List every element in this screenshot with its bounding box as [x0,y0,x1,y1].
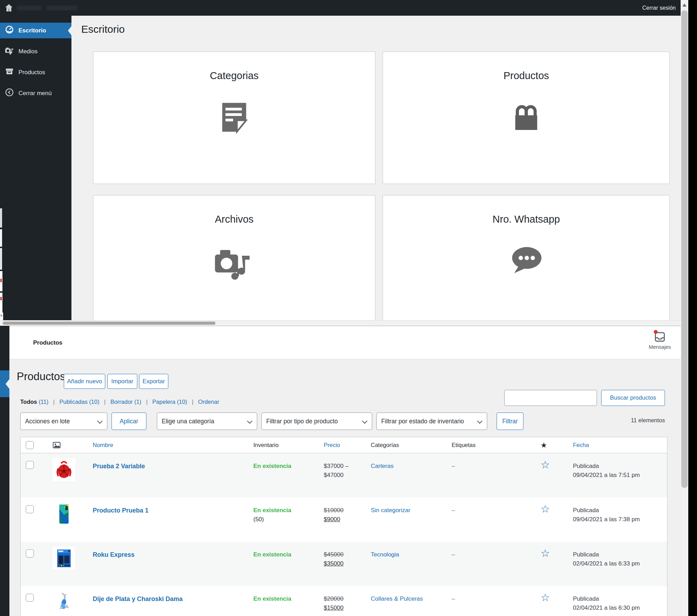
view-count: (11) [39,399,48,405]
header-precio[interactable]: Precio [317,437,365,453]
chevron-down-icon [362,418,368,424]
search-products-button[interactable]: Buscar productos [601,390,665,406]
card-nro-whatsapp[interactable]: Nro. Whatsapp [383,195,670,326]
row-checkbox[interactable] [26,549,34,557]
products-panel: Productos Mensajes Productos Añadir nuev… [9,326,681,616]
admin-sidebar: Escritorio Medios Productos Cerrar men [0,16,71,326]
page-title: Escritorio [81,23,125,35]
header-categorias: Categorías [365,437,446,453]
date-cell: Publicada09/04/2021 a las 7:38 pm [565,498,667,542]
view-filter-links: Todos (11) | Publicadas (10) | Borrador … [20,399,219,405]
card-title: Archivos [93,214,375,225]
card-title: Categorias [93,70,375,82]
select-value: Acciones en lote [25,418,70,425]
product-name-link[interactable]: Roku Express [93,551,135,558]
chat-bubble-icon [383,244,669,276]
sidebar-item-label: Productos [18,69,45,76]
home-icon[interactable] [4,3,14,14]
sidebar-item-label: Cerrar menú [18,90,52,97]
publish-date: 09/04/2021 a las 7:38 pm [573,515,667,524]
publish-status: Publicada [573,594,667,603]
featured-star-icon[interactable]: ☆ [541,547,550,559]
screen-edge-artifact [0,229,2,247]
view-ordenar[interactable]: Ordenar [198,399,220,405]
featured-star-icon[interactable]: ☆ [541,503,550,515]
category-link[interactable]: Collares & Pulceras [371,595,423,602]
featured-star-icon[interactable]: ☆ [541,459,550,470]
admin-topbar: Cerrar sesión [0,0,681,16]
featured-star-icon[interactable]: ☆ [541,592,550,603]
header-nombre[interactable]: Nombre [81,437,248,453]
view-publicadas[interactable]: Publicadas [59,399,87,405]
panel-topbar: Productos Mensajes [9,326,681,359]
vertical-scrollbar-thumb[interactable] [681,10,688,488]
view-todos[interactable]: Todos [20,399,37,405]
tags-cell: – [446,542,525,586]
chevron-down-icon [247,418,253,424]
card-title: Productos [383,70,669,82]
import-button[interactable]: Importar [107,374,137,389]
product-type-select[interactable]: Filtrar por tipo de producto [261,413,372,430]
dashboard-content: Escritorio Categorias Productos Archivos [71,16,681,326]
row-checkbox[interactable] [26,461,34,469]
screen: Cerrar sesión Escritorio Medios Pr [0,0,697,616]
product-thumbnail[interactable] [47,498,81,542]
sidebar-item-cerrar-menu[interactable]: Cerrar menú [0,85,71,101]
sale-price: $35000 [324,559,365,568]
panel-title: Productos [33,326,62,359]
apply-button[interactable]: Aplicar [112,413,146,430]
select-value: Elige una categoría [162,418,214,425]
card-archivos[interactable]: Archivos [93,195,375,326]
separator: | [53,399,55,405]
old-price: $10000 [324,506,365,515]
header-fecha[interactable]: Fecha [565,437,667,453]
bulk-actions-select[interactable]: Acciones en lote [20,413,107,430]
active-menu-item-sliver [0,370,9,397]
logout-link[interactable]: Cerrar sesión [642,0,676,16]
category-link[interactable]: Carteras [371,463,393,469]
category-link[interactable]: Sin categorizar [371,507,410,514]
category-select[interactable]: Elige una categoría [157,413,257,430]
product-thumbnail[interactable] [47,453,81,498]
category-link[interactable]: Tecnologia [371,551,399,558]
product-name-link[interactable]: Prueba 2 Variable [93,463,145,470]
messages-button[interactable]: Mensajes [643,331,676,350]
product-thumbnail[interactable] [47,542,81,586]
sidebar-item-escritorio[interactable]: Escritorio [0,23,71,38]
horizontal-scrollbar[interactable] [0,320,681,326]
card-categorias[interactable]: Categorias [93,52,375,184]
stock-status-select[interactable]: Filtrar por estado de inventario [376,413,487,430]
view-papelera[interactable]: Papelera [152,399,175,405]
vertical-scrollbar[interactable] [681,0,688,616]
date-cell: Publicada02/04/2021 a las 6:33 pm [565,542,667,586]
sidebar-item-medios[interactable]: Medios [0,44,71,59]
collapse-arrow-icon [5,88,14,99]
dashboard-icon [5,25,14,36]
panel-body: Productos Añadir nuevo Importar Exportar… [9,359,681,616]
product-name-link[interactable]: Producto Prueba 1 [93,507,148,514]
screen-edge-artifact [0,248,2,270]
horizontal-scrollbar-thumb[interactable] [3,322,215,325]
product-name-link[interactable]: Dije de Plata y Charoski Dama [93,595,183,602]
tags-cell: – [446,453,525,498]
products-box-icon [5,67,14,78]
sidebar-item-label: Medios [18,48,38,55]
price-range-high: $47000 [324,471,365,480]
scroll-up-arrow-icon[interactable] [682,3,687,7]
add-new-button[interactable]: Añadir nuevo [64,374,105,389]
export-button[interactable]: Exportar [139,374,168,389]
sidebar-item-productos[interactable]: Productos [0,64,71,80]
card-productos[interactable]: Productos [383,52,670,184]
search-input[interactable] [504,390,597,406]
row-checkbox[interactable] [26,505,34,513]
view-count: (1) [134,399,141,405]
select-all-checkbox[interactable] [26,441,34,449]
product-thumbnail[interactable] [47,586,81,616]
header-etiquetas: Etiquetas [446,437,525,453]
view-borrador[interactable]: Borrador [110,399,133,405]
old-price: $20000 [324,594,365,603]
filter-button[interactable]: Filtrar [497,413,523,430]
screen-edge-artifact [0,297,2,300]
row-checkbox[interactable] [26,594,34,602]
active-menu-arrow [68,26,71,35]
